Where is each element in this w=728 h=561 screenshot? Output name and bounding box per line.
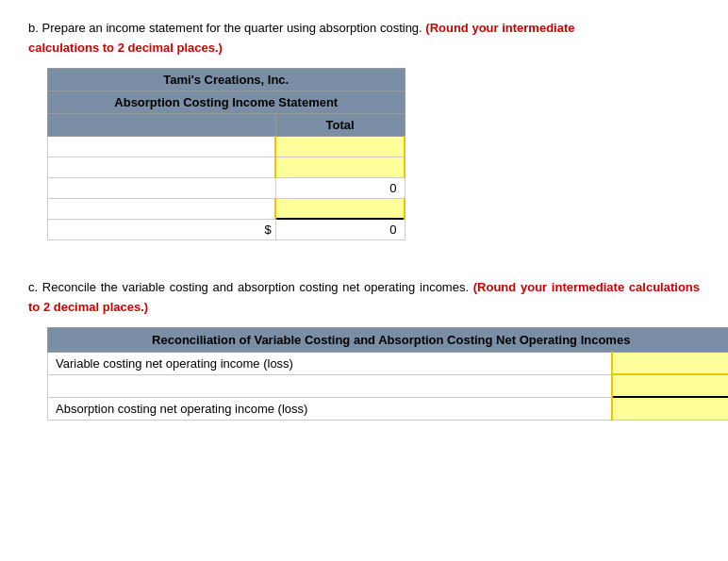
income-label-4 [48, 198, 276, 219]
part-c-letter: c. [28, 280, 38, 294]
part-c-and: and [213, 280, 234, 294]
income-row-4 [48, 198, 405, 219]
reconciliation-table: Reconciliation of Variable Costing and A… [47, 327, 728, 421]
recon-row-1: Variable costing net operating income (l… [48, 352, 729, 374]
income-row-2 [48, 157, 405, 177]
recon-header-row: Reconciliation of Variable Costing and A… [48, 327, 729, 352]
income-label-5: $ [48, 219, 276, 240]
recon-label-2 [48, 374, 613, 397]
income-row-3: 0 [48, 177, 405, 198]
recon-value-2[interactable] [612, 374, 728, 397]
label-col-header [48, 113, 276, 136]
income-value-5: 0 [275, 219, 405, 240]
income-label-1 [48, 136, 276, 157]
income-value-4[interactable] [275, 198, 405, 219]
income-value-3: 0 [275, 177, 405, 198]
part-b-text: Prepare an income statement for the quar… [41, 21, 425, 35]
company-name-cell: Tami's Creations, Inc. [48, 68, 405, 91]
income-row-5: $ 0 [48, 219, 405, 240]
part-b-letter: b. [28, 21, 39, 35]
recon-value-1[interactable] [612, 352, 728, 374]
part-c-section: c. Reconcile the variable costing and ab… [28, 278, 700, 421]
statement-title-row: Absorption Costing Income Statement [48, 91, 405, 113]
recon-value-3[interactable] [612, 397, 728, 420]
income-row-1 [48, 136, 405, 157]
income-label-3 [48, 177, 276, 198]
statement-title-cell: Absorption Costing Income Statement [48, 91, 405, 113]
income-statement-table: Tami's Creations, Inc. Absorption Costin… [47, 68, 405, 241]
recon-header-cell: Reconciliation of Variable Costing and A… [48, 327, 729, 352]
column-header-row: Total [48, 113, 405, 136]
recon-row-2 [48, 374, 729, 397]
part-b-instruction: b. Prepare an income statement for the q… [28, 19, 594, 58]
income-value-2[interactable] [275, 157, 405, 177]
part-c-text2: absorption costing net operating incomes… [233, 280, 472, 294]
total-col-header: Total [275, 113, 405, 136]
recon-label-3: Absorption costing net operating income … [48, 397, 613, 420]
part-b-section: b. Prepare an income statement for the q… [28, 19, 700, 240]
part-c-text: Reconcile the variable costing [42, 280, 213, 294]
income-value-1[interactable] [275, 136, 405, 157]
recon-label-1: Variable costing net operating income (l… [48, 352, 613, 374]
income-label-2 [48, 157, 276, 177]
part-c-instruction: c. Reconcile the variable costing and ab… [28, 278, 700, 318]
company-name-row: Tami's Creations, Inc. [48, 68, 405, 91]
recon-row-3: Absorption costing net operating income … [48, 397, 729, 420]
